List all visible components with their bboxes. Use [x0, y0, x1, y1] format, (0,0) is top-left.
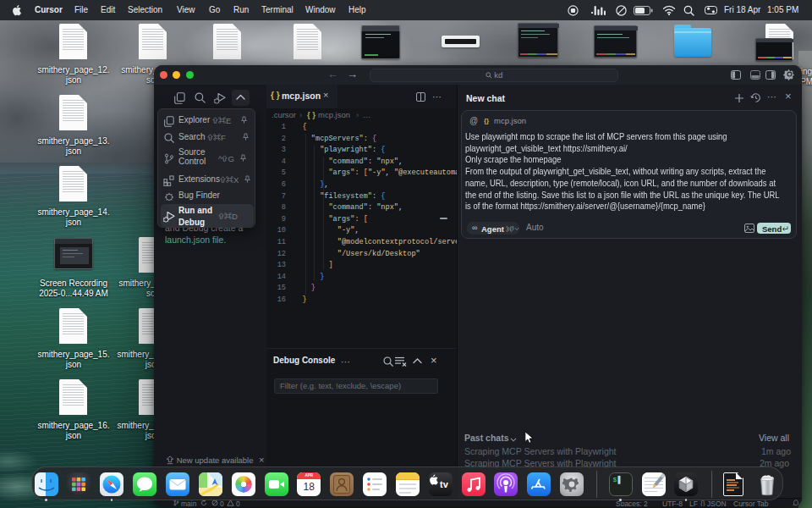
svg-text:tv: tv: [440, 479, 449, 489]
